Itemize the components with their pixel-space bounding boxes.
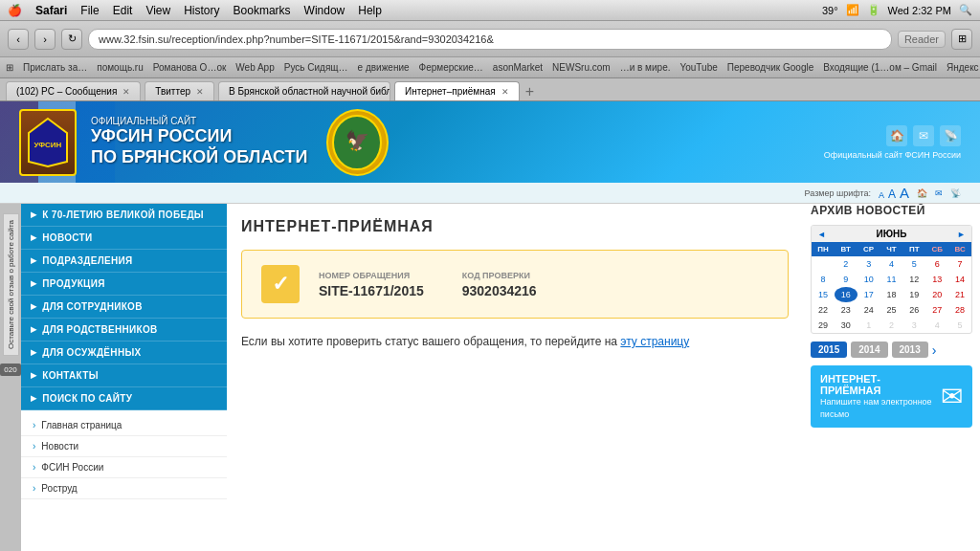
- wd-sun: ВС: [948, 242, 971, 256]
- home-icon[interactable]: 🏠: [917, 188, 927, 198]
- menu-view[interactable]: View: [145, 4, 170, 17]
- link-arrow-2: ›: [33, 462, 35, 473]
- font-size-large[interactable]: А: [900, 185, 909, 201]
- bookmark-bar: ⊞ Прислать за… помощь.ru Романова О…ок W…: [0, 57, 980, 78]
- status-link[interactable]: эту страницу: [620, 335, 689, 348]
- side-badge-area: Оставьте свой отзыв о работе сайта 020: [0, 204, 21, 551]
- apple-menu[interactable]: 🍎: [8, 4, 22, 17]
- forward-button[interactable]: ›: [34, 29, 56, 50]
- nav-link-2[interactable]: › ФСИН России: [21, 457, 227, 478]
- reader-button[interactable]: Reader: [898, 31, 946, 48]
- year-2013[interactable]: 2013: [892, 342, 928, 358]
- font-size-small[interactable]: А: [879, 190, 884, 200]
- bookmark-2[interactable]: Романова О…ок: [153, 62, 227, 73]
- site-title-line2: ПО БРЯНСКОЙ ОБЛАСТИ: [91, 147, 307, 168]
- tab-1[interactable]: Твиттер ✕: [145, 81, 214, 100]
- cal-day-8[interactable]: 8: [812, 272, 835, 287]
- tab-0[interactable]: (102) РС – Сообщения ✕: [6, 81, 141, 100]
- menu-bookmarks[interactable]: Bookmarks: [234, 4, 291, 17]
- bookmark-4[interactable]: Русь Сидящ…: [284, 62, 348, 73]
- tab-0-close[interactable]: ✕: [122, 87, 130, 97]
- nav-item-8[interactable]: ▶ ПОИСК ПО САЙТУ: [21, 387, 227, 410]
- nav-item-4[interactable]: ▶ ДЛЯ СОТРУДНИКОВ: [21, 296, 227, 319]
- nav-item-0[interactable]: ▶ К 70-ЛЕТИЮ ВЕЛИКОЙ ПОБЕДЫ: [21, 204, 227, 227]
- year-2015[interactable]: 2015: [811, 342, 847, 358]
- menu-help[interactable]: Help: [358, 4, 382, 17]
- cal-day-10[interactable]: 10: [858, 272, 880, 287]
- bookmark-8[interactable]: NEWSru.com: [552, 62, 611, 73]
- badge-020: 020: [0, 364, 20, 376]
- cal-day-30: 30: [835, 318, 858, 333]
- bookmark-10[interactable]: YouTube: [679, 62, 717, 73]
- search-icon[interactable]: 🔍: [959, 4, 972, 16]
- menu-file[interactable]: File: [80, 4, 99, 17]
- checkmark-icon: ✓: [261, 265, 300, 303]
- bookmark-9[interactable]: …и в мире.: [620, 62, 671, 73]
- cal-day-9[interactable]: 9: [835, 272, 858, 287]
- cal-day-16-today[interactable]: 16: [835, 287, 858, 302]
- cal-day-2[interactable]: 2: [835, 256, 858, 272]
- page-title: ИНТЕРНЕТ-ПРИЁМНАЯ: [241, 218, 789, 235]
- cal-next[interactable]: ►: [957, 230, 966, 239]
- nav-link-3[interactable]: › Роструд: [21, 478, 227, 499]
- nav-link-1[interactable]: › Новости: [21, 436, 227, 457]
- menu-history[interactable]: History: [184, 4, 219, 17]
- cal-prev[interactable]: ◄: [817, 230, 826, 239]
- nav-menu: ▶ К 70-ЛЕТИЮ ВЕЛИКОЙ ПОБЕДЫ ▶ НОВОСТИ ▶ …: [21, 204, 227, 410]
- nav-item-2[interactable]: ▶ ПОДРАЗДЕЛЕНИЯ: [21, 250, 227, 273]
- year-next-arrow[interactable]: ›: [932, 342, 937, 358]
- cal-day-17[interactable]: 17: [858, 287, 880, 302]
- year-2014[interactable]: 2014: [851, 342, 887, 358]
- nav-sidebar: ▶ К 70-ЛЕТИЮ ВЕЛИКОЙ ПОБЕДЫ ▶ НОВОСТИ ▶ …: [21, 204, 227, 551]
- bookmark-5[interactable]: е движение: [358, 62, 410, 73]
- url-bar[interactable]: [88, 29, 892, 50]
- site-rss-icon[interactable]: 📡: [940, 125, 961, 146]
- bookmark-0[interactable]: Прислать за…: [23, 62, 87, 73]
- envelope-icon[interactable]: ✉: [941, 381, 963, 412]
- mail-icon-bar[interactable]: ✉: [935, 188, 943, 198]
- refresh-button[interactable]: ↻: [61, 29, 82, 50]
- tab-2[interactable]: В Брянской областной научной библиотеке……: [218, 81, 390, 100]
- nav-link-0[interactable]: › Главная страница: [21, 415, 227, 436]
- nav-item-6[interactable]: ▶ ДЛЯ ОСУЖДЁННЫХ: [21, 342, 227, 364]
- nav-item-3[interactable]: ▶ ПРОДУКЦИЯ: [21, 273, 227, 296]
- site-official-label: ОФИЦИАЛЬНЫЙ САЙТ: [91, 116, 307, 126]
- cal-day-4[interactable]: 4: [880, 256, 903, 272]
- cal-day-3[interactable]: 3: [858, 256, 880, 272]
- menu-window[interactable]: Window: [304, 4, 345, 17]
- site-mail-icon[interactable]: ✉: [913, 125, 934, 146]
- tab-3[interactable]: Интернет–приёмная ✕: [394, 81, 520, 100]
- site-official-link[interactable]: Официальный сайт ФСИН России: [824, 150, 961, 160]
- bookmark-12[interactable]: Входящие (1…ом – Gmail: [823, 62, 937, 73]
- content-area: ИНТЕРНЕТ-ПРИЁМНАЯ ✓ НОМЕР ОБРАЩЕНИЯ SITE…: [227, 204, 803, 551]
- cal-day-11[interactable]: 11: [880, 272, 903, 287]
- tab-3-close[interactable]: ✕: [501, 87, 509, 97]
- link-arrow-1: ›: [33, 441, 35, 452]
- bookmark-3[interactable]: Web App: [235, 62, 274, 73]
- nav-item-7[interactable]: ▶ КОНТАКТЫ: [21, 364, 227, 387]
- share-button[interactable]: ⊞: [951, 29, 972, 50]
- cal-day-5[interactable]: 5: [902, 256, 925, 272]
- back-button[interactable]: ‹: [8, 29, 29, 50]
- rss-icon-bar[interactable]: 📡: [950, 188, 961, 198]
- cal-day-20: 20: [925, 287, 948, 302]
- menu-safari[interactable]: Safari: [35, 4, 67, 17]
- site-home-icon[interactable]: 🏠: [886, 125, 907, 146]
- nav-arrow-5: ▶: [31, 325, 36, 334]
- nav-arrow-2: ▶: [31, 256, 36, 265]
- bookmark-1[interactable]: помощь.ru: [97, 62, 144, 73]
- tab-1-close[interactable]: ✕: [196, 87, 204, 97]
- bookmark-7[interactable]: asonMarket: [493, 62, 543, 73]
- nav-item-1[interactable]: ▶ НОВОСТИ: [21, 227, 227, 250]
- bookmark-13[interactable]: Яндекс: [947, 62, 979, 73]
- bookmark-grid-icon[interactable]: ⊞: [6, 62, 13, 73]
- cal-day-15[interactable]: 15: [812, 287, 835, 302]
- cal-day-24: 24: [858, 302, 880, 318]
- new-tab-button[interactable]: +: [525, 83, 534, 100]
- nav-item-5[interactable]: ▶ ДЛЯ РОДСТВЕННИКОВ: [21, 319, 227, 342]
- font-size-medium[interactable]: А: [888, 187, 896, 201]
- bookmark-6[interactable]: Фермерские…: [419, 62, 483, 73]
- feedback-tab[interactable]: Оставьте свой отзыв о работе сайта: [3, 213, 19, 356]
- menu-edit[interactable]: Edit: [113, 4, 133, 17]
- bookmark-11[interactable]: Переводчик Google: [727, 62, 813, 73]
